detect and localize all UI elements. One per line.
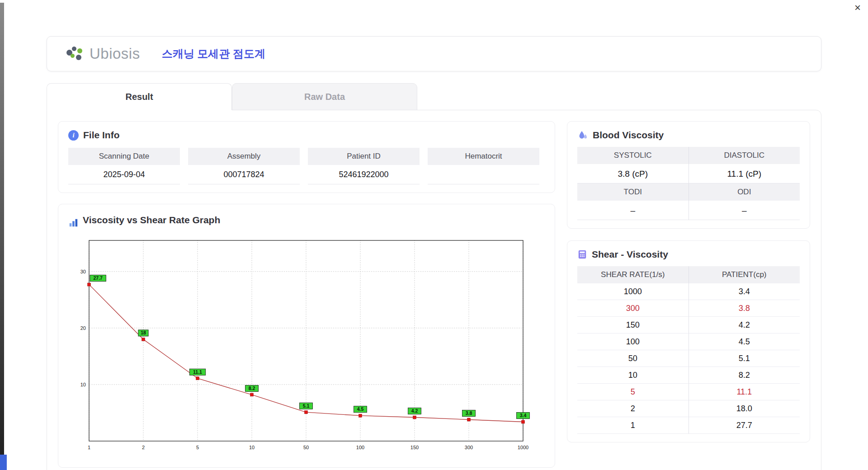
right-column: Blood Viscosity SYSTOLIC DIASTOLIC 3.8 (…	[567, 121, 810, 468]
chart-point-marker	[413, 416, 416, 419]
close-icon[interactable]: ×	[852, 2, 863, 14]
left-column: i File Info Scanning Date 2025-09-04 Ass…	[58, 121, 555, 468]
field-value: 000717824	[188, 165, 300, 184]
table-row: 218.0	[577, 400, 800, 417]
file-info-card: i File Info Scanning Date 2025-09-04 Ass…	[58, 121, 555, 193]
y-tick-label: 10	[80, 382, 86, 387]
table-row: 1504.2	[577, 317, 800, 334]
table-row: 127.7	[577, 417, 800, 434]
patient-viscosity-cell: 4.5	[689, 334, 800, 350]
patient-viscosity-cell: 4.2	[689, 317, 800, 334]
file-info-title-row: i File Info	[68, 130, 545, 141]
x-tick-label: 2	[142, 445, 145, 450]
todi-value: –	[577, 201, 689, 220]
chart-point-label: 4.2	[411, 408, 418, 414]
patient-viscosity-cell: 18.0	[689, 400, 800, 417]
chart-point-label: 8.2	[249, 385, 255, 391]
shear-rate-cell: 300	[577, 300, 689, 317]
chart-point-marker	[88, 283, 91, 286]
chart-point-label: 18	[141, 330, 146, 335]
blood-viscosity-table: SYSTOLIC DIASTOLIC 3.8 (cP) 11.1 (cP) TO…	[577, 147, 800, 220]
section-title: Blood Viscosity	[593, 130, 664, 141]
patient-column-header: PATIENT(cp)	[689, 266, 800, 283]
desktop-corner	[0, 455, 7, 470]
patient-viscosity-cell: 3.8	[689, 300, 800, 317]
chart-point-label: 27.7	[93, 275, 103, 281]
chart-point-marker	[142, 338, 145, 341]
chart-point-marker	[305, 411, 308, 414]
table-row: 1004.5	[577, 334, 800, 350]
graph-card: Viscosity vs Shear Rate Graph 1251050100…	[58, 204, 555, 468]
shear-rate-cell: 5	[577, 384, 689, 400]
x-tick-label: 1	[88, 445, 90, 450]
x-tick-label: 150	[410, 445, 419, 450]
chart-point-label: 3.8	[466, 410, 472, 416]
result-panel: i File Info Scanning Date 2025-09-04 Ass…	[47, 110, 821, 470]
diastolic-header: DIASTOLIC	[689, 147, 800, 164]
section-title: Viscosity vs Shear Rate Graph	[83, 215, 220, 226]
tab-result[interactable]: Result	[47, 83, 232, 110]
x-tick-label: 5	[196, 445, 199, 450]
patient-viscosity-cell: 5.1	[689, 350, 800, 367]
field-scanning-date: Scanning Date 2025-09-04	[68, 148, 180, 184]
shear-viscosity-title-row: Shear - Viscosity	[577, 249, 800, 260]
chart-point-label: 4.5	[357, 406, 364, 412]
table-header-row: SHEAR RATE(1/s) PATIENT(cp)	[577, 266, 800, 283]
table-row: 505.1	[577, 350, 800, 367]
systolic-value: 3.8 (cP)	[577, 164, 689, 183]
shear-rate-cell: 50	[577, 350, 689, 367]
viscosity-chart: 1251050100150300100010203027.71811.18.25…	[68, 233, 537, 459]
chart-point-label: 11.1	[193, 369, 202, 375]
section-title: File Info	[83, 130, 120, 141]
table-header-row: TODI ODI	[577, 183, 800, 201]
calculator-icon	[577, 249, 587, 259]
header: Ubiosis 스캐닝 모세관 점도계	[47, 36, 821, 71]
field-label: Patient ID	[308, 148, 420, 165]
table-row: 511.1	[577, 384, 800, 400]
chart-point-label: 5.1	[303, 403, 310, 409]
tab-bar: Result Raw Data	[47, 83, 821, 110]
table-header-row: SYSTOLIC DIASTOLIC	[577, 147, 800, 164]
chart-point-marker	[522, 420, 525, 423]
tab-raw-data[interactable]: Raw Data	[232, 83, 417, 110]
shear-rate-cell: 2	[577, 400, 689, 417]
field-value: 2025-09-04	[68, 165, 180, 184]
app-window: Ubiosis 스캐닝 모세관 점도계 Result Raw Data i Fi…	[47, 36, 821, 470]
x-tick-label: 300	[465, 445, 473, 450]
desktop-edge	[0, 3, 4, 465]
odi-header: ODI	[689, 183, 800, 201]
chart-point-marker	[359, 414, 362, 417]
systolic-header: SYSTOLIC	[577, 147, 689, 164]
field-value	[428, 165, 539, 184]
shear-rate-column-header: SHEAR RATE(1/s)	[577, 266, 689, 283]
shear-viscosity-rows: 10003.43003.81504.21004.5505.1108.2511.1…	[577, 283, 800, 434]
file-info-fields: Scanning Date 2025-09-04 Assembly 000717…	[68, 148, 545, 184]
field-label: Assembly	[188, 148, 300, 165]
shear-rate-cell: 100	[577, 334, 689, 350]
table-row: 108.2	[577, 367, 800, 384]
field-hematocrit: Hematocrit	[428, 148, 539, 184]
odi-value: –	[689, 201, 800, 220]
x-tick-label: 10	[249, 445, 255, 450]
field-label: Scanning Date	[68, 148, 180, 165]
shear-viscosity-card: Shear - Viscosity SHEAR RATE(1/s) PATIEN…	[567, 240, 810, 442]
blood-viscosity-title-row: Blood Viscosity	[577, 130, 800, 141]
table-row: 3003.8	[577, 300, 800, 317]
water-drops-icon	[577, 130, 588, 141]
patient-viscosity-cell: 27.7	[689, 417, 800, 434]
patient-viscosity-cell: 11.1	[689, 384, 800, 400]
graph-title-row: Viscosity vs Shear Rate Graph	[68, 212, 545, 228]
diastolic-value: 11.1 (cP)	[689, 164, 800, 183]
x-tick-label: 100	[356, 445, 364, 450]
chart-point-marker	[250, 393, 254, 396]
blood-viscosity-card: Blood Viscosity SYSTOLIC DIASTOLIC 3.8 (…	[567, 121, 810, 229]
table-row: 10003.4	[577, 283, 800, 300]
shear-rate-cell: 10	[577, 367, 689, 384]
y-tick-label: 30	[80, 269, 86, 274]
chart-point-marker	[196, 377, 199, 380]
page-title: 스캐닝 모세관 점도계	[162, 47, 265, 61]
logo-text: Ubiosis	[90, 45, 140, 62]
field-patient-id: Patient ID 52461922000	[308, 148, 420, 184]
chart-point-marker	[467, 418, 471, 421]
bar-chart-icon	[68, 212, 78, 228]
